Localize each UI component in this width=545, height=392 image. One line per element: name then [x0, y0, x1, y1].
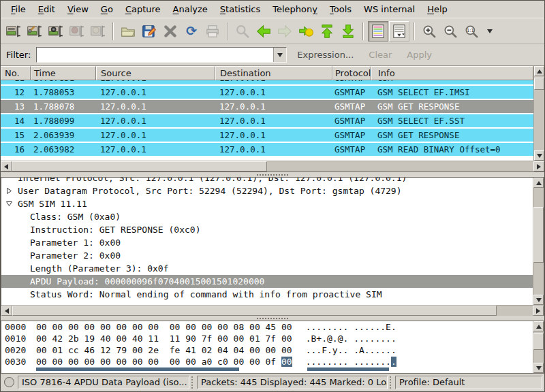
reload-button[interactable]: ⟳	[181, 21, 202, 42]
arrow-up-icon	[537, 69, 542, 74]
detail-line-class[interactable]: Class: GSM (0xa0)	[1, 210, 533, 223]
capture-stop-icon	[69, 23, 85, 39]
packet-list-hscrollbar[interactable]	[1, 161, 544, 172]
menu-item-edit[interactable]: Edit	[32, 2, 61, 16]
detail-line-instruction[interactable]: Instruction: GET RESPONSE (0xc0)	[1, 223, 533, 236]
scroll-track[interactable]	[533, 331, 544, 363]
cell-protocol: GSMTAP	[332, 144, 371, 154]
scroll-down-button[interactable]	[533, 363, 544, 373]
scroll-thumb[interactable]	[12, 306, 497, 316]
scroll-thumb[interactable]	[12, 161, 267, 172]
hex-row-0040-partial[interactable]	[5, 368, 533, 371]
arrow-left-icon	[4, 164, 8, 169]
hex-row-0020[interactable]: 002000 01 cc 46 12 79 00 2e fe 41 02 04 …	[5, 344, 533, 356]
scroll-up-button[interactable]	[533, 321, 544, 331]
colorize-button[interactable]	[368, 21, 388, 42]
zoom-in-button[interactable]	[419, 21, 439, 42]
scroll-down-button[interactable]	[533, 295, 544, 305]
scroll-up-button[interactable]	[534, 66, 544, 76]
scroll-track[interactable]	[533, 188, 544, 295]
go-to-top-button[interactable]	[317, 21, 337, 42]
zoom-original-button[interactable]: 1:1	[461, 21, 482, 42]
detail-line-parameter1[interactable]: Parameter 1: 0x00	[1, 236, 533, 249]
filter-dropdown-button[interactable]	[273, 48, 286, 62]
scroll-right-button[interactable]	[533, 306, 544, 316]
detail-line-parameter2[interactable]: Parameter 2: 0x00	[1, 249, 533, 262]
column-header-source[interactable]: Source	[96, 66, 215, 80]
details-vscrollbar[interactable]	[533, 178, 544, 305]
toolbar-overflow-button[interactable]	[482, 21, 497, 42]
packet-row-14[interactable]: 14 1.788099 127.0.0.1 127.0.0.1 GSMTAP G…	[1, 114, 533, 127]
scroll-right-button[interactable]	[533, 161, 544, 172]
arrow-right-icon	[537, 164, 541, 169]
pane-splitter[interactable]	[1, 172, 544, 177]
hex-selection-highlight	[36, 368, 239, 371]
go-to-packet-button[interactable]	[296, 21, 316, 42]
hex-row-0000[interactable]: 000000 00 00 00 00 00 00 00 00 00 00 00 …	[5, 321, 533, 333]
scroll-track[interactable]	[12, 306, 533, 316]
hex-vscrollbar[interactable]	[533, 321, 544, 373]
details-hscrollbar[interactable]	[1, 305, 544, 316]
detail-text: APDU Payload: 000000096f0704001500150102…	[30, 276, 264, 287]
detail-line-status-word[interactable]: Status Word: Normal ending of command wi…	[1, 288, 533, 301]
scroll-left-button[interactable]	[1, 306, 12, 316]
cell-source: 127.0.0.1	[96, 116, 215, 126]
capture-options-button[interactable]	[25, 21, 45, 42]
menu-item-capture[interactable]: Capture	[119, 2, 167, 16]
scroll-left-button[interactable]	[1, 161, 12, 172]
menu-item-telephony[interactable]: Telephony	[266, 2, 324, 16]
menu-item-statistics[interactable]: Statistics	[214, 2, 266, 16]
detail-line-length[interactable]: Length (Parameter 3): 0x0f	[1, 262, 533, 275]
scroll-thumb[interactable]	[533, 333, 544, 350]
packet-row-16[interactable]: 16 2.063982 127.0.0.1 127.0.0.1 GSMTAP G…	[1, 143, 533, 156]
pane-splitter[interactable]	[1, 316, 544, 321]
expert-info-icon[interactable]	[4, 377, 14, 387]
detail-line-apdu-payload-selected[interactable]: APDU Payload: 000000096f0704001500150102…	[1, 275, 533, 288]
file-save-button[interactable]	[139, 21, 159, 42]
scroll-up-button[interactable]	[533, 178, 544, 188]
hex-row-0030[interactable]: 003000 00 00 00 00 00 00 00 00 00 a0 c0 …	[5, 356, 533, 368]
column-header-time[interactable]: Time	[31, 66, 96, 80]
file-close-button[interactable]	[160, 21, 181, 42]
detail-line-udp[interactable]: User Datagram Protocol, Src Port: 52294 …	[1, 184, 533, 197]
column-header-no[interactable]: No.	[1, 66, 31, 80]
menu-item-file[interactable]: File	[5, 2, 32, 16]
capture-start-button[interactable]	[46, 21, 66, 42]
scroll-down-button[interactable]	[534, 150, 544, 161]
column-header-protocol[interactable]: Protocol	[332, 66, 371, 80]
cell-source: 127.0.0.1	[96, 144, 215, 154]
go-to-bottom-button[interactable]	[338, 21, 358, 42]
auto-scroll-button[interactable]	[389, 21, 409, 42]
zoom-out-button[interactable]	[440, 21, 461, 42]
packet-row-13-selected[interactable]: 13 1.788078 127.0.0.1 127.0.0.1 GSMTAP G…	[1, 100, 533, 113]
detail-line-gsm-sim[interactable]: GSM SIM 11.11	[1, 197, 533, 210]
column-header-destination[interactable]: Destination	[215, 66, 332, 80]
detail-line-ip[interactable]: Internet Protocol, Src: 127.0.0.1 (127.0…	[1, 178, 533, 184]
packet-row-15[interactable]: 15 2.063939 127.0.0.1 127.0.0.1 GSMTAP G…	[1, 129, 533, 142]
menu-item-go[interactable]: Go	[95, 2, 119, 16]
menu-item-ws-internal[interactable]: WS internal	[358, 2, 421, 16]
packet-list-vscrollbar[interactable]	[533, 66, 544, 161]
filter-input[interactable]	[37, 48, 273, 62]
file-open-icon	[120, 23, 136, 39]
hex-row-0010[interactable]: 001000 42 2b 19 40 00 40 11 11 90 7f 00 …	[5, 333, 533, 344]
column-header-info[interactable]: Info	[371, 66, 533, 80]
scroll-track[interactable]	[12, 161, 533, 172]
scroll-thumb[interactable]	[534, 78, 544, 89]
scroll-track[interactable]	[534, 76, 544, 150]
print-button	[202, 21, 223, 42]
menu-item-analyze[interactable]: Analyze	[167, 2, 214, 16]
packet-row-11[interactable]: 11 1.787851 127.0.0.1 127.0.0.1 GSMTAP G…	[1, 80, 533, 84]
expression-button[interactable]: Expression...	[292, 48, 358, 62]
go-back-button[interactable]	[253, 21, 274, 42]
main-toolbar: ⟳	[1, 18, 544, 44]
scroll-thumb[interactable]	[533, 207, 544, 263]
file-open-button[interactable]	[118, 21, 138, 42]
menu-item-tools[interactable]: Tools	[324, 2, 358, 16]
menu-item-help[interactable]: Help	[421, 2, 454, 16]
packet-row-12[interactable]: 12 1.788053 127.0.0.1 127.0.0.1 GSMTAP G…	[1, 86, 533, 99]
expander-collapsed-icon[interactable]	[6, 188, 12, 194]
menu-item-view[interactable]: View	[61, 2, 95, 16]
interface-list-button[interactable]	[3, 21, 24, 42]
expander-expanded-icon[interactable]	[6, 201, 12, 207]
